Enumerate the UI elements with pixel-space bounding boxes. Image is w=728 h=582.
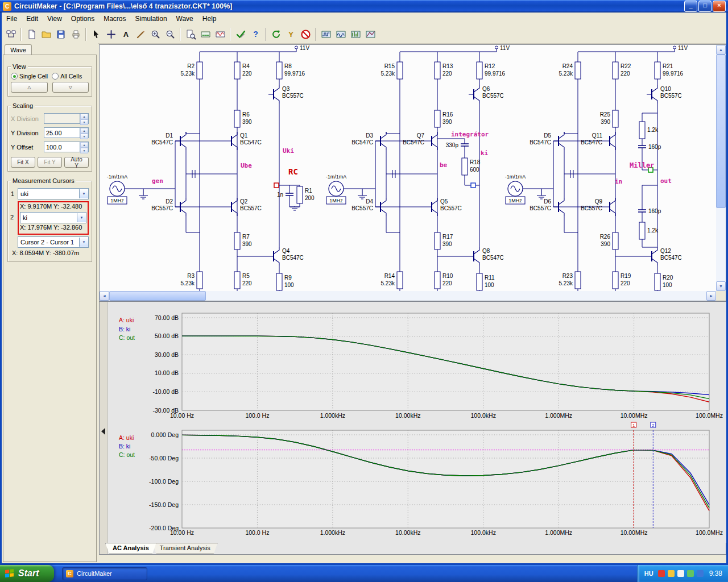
resistor-R22[interactable]: R22220: [613, 62, 631, 79]
clock[interactable]: 9:38: [709, 569, 722, 577]
tab-transient-analysis[interactable]: Transient Analysis: [152, 543, 218, 554]
menu-file[interactable]: File: [2, 13, 22, 24]
zoom-area-button[interactable]: [183, 27, 198, 41]
network-tray-icon[interactable]: [697, 570, 704, 577]
maximize-button[interactable]: □: [698, 1, 712, 12]
arrow-tool-button[interactable]: [89, 27, 104, 41]
place-part-button[interactable]: [104, 27, 118, 41]
menu-view[interactable]: View: [43, 13, 67, 24]
updater-tray-icon[interactable]: [668, 570, 675, 577]
cell-down-button[interactable]: ▽: [52, 82, 89, 93]
zoom-in-button[interactable]: [148, 27, 163, 41]
resistor-R6[interactable]: R6390: [234, 110, 252, 127]
run-analysis-button[interactable]: [233, 27, 248, 41]
new-file-button[interactable]: [24, 27, 39, 41]
cursor-diff-select[interactable]: Cursor 2 - Cursor 1 ▼: [18, 236, 89, 248]
zoom-out-button[interactable]: [163, 27, 177, 41]
minimize-button[interactable]: _: [684, 1, 697, 12]
vertical-scrollbar[interactable]: ▲ ▼: [716, 45, 726, 291]
tab-ac-analysis[interactable]: AC Analysis: [105, 543, 156, 554]
resistor-R9[interactable]: R9100: [276, 273, 294, 290]
signal-source[interactable]: -1m/1mA1MHz: [326, 174, 347, 204]
menu-simulation[interactable]: Simulation: [131, 13, 172, 24]
fit-x-button[interactable]: Fit X: [11, 157, 35, 168]
resistor-R1[interactable]: R1200: [297, 186, 315, 203]
menu-wave[interactable]: Wave: [172, 13, 198, 24]
resistor-R25[interactable]: R25390: [600, 110, 618, 127]
resistor-R19[interactable]: R19220: [613, 272, 631, 289]
tab-wave[interactable]: Wave: [5, 44, 32, 55]
save-file-button[interactable]: [53, 27, 68, 41]
scope-a-button[interactable]: [318, 27, 333, 41]
wire-tool-button[interactable]: [133, 27, 148, 41]
scroll-down-button[interactable]: ▼: [716, 281, 726, 291]
resistor-R11[interactable]: R11100: [477, 273, 495, 290]
resistor-R14[interactable]: R145.23k: [381, 272, 403, 289]
resistor-R7[interactable]: R7390: [234, 232, 252, 250]
fit-y-button[interactable]: Fit Y: [38, 157, 62, 168]
menu-edit[interactable]: Edit: [22, 13, 43, 24]
language-indicator[interactable]: HU: [644, 570, 653, 577]
scope-d-button[interactable]: [363, 27, 378, 41]
scroll-up-button[interactable]: ▲: [716, 45, 726, 55]
y-offset-spinner[interactable]: ▲▼: [80, 142, 89, 152]
menu-macros[interactable]: Macros: [99, 13, 130, 24]
probe-node-marker[interactable]: [471, 183, 475, 188]
probe-node-marker[interactable]: [274, 183, 279, 188]
resistor-R4[interactable]: R4220: [234, 62, 252, 79]
open-file-button[interactable]: [39, 27, 53, 41]
close-button[interactable]: ×: [713, 1, 726, 12]
browse-parts-button[interactable]: [3, 27, 18, 41]
resistor-R13[interactable]: R13220: [435, 62, 453, 79]
resistor-R15[interactable]: R155.23k: [381, 62, 403, 79]
resistor-R18[interactable]: R18600: [462, 158, 481, 175]
all-cells-radio[interactable]: [52, 73, 59, 80]
probe-tool-button[interactable]: Y: [283, 27, 298, 41]
x-division-spinner[interactable]: ▲▼: [80, 113, 89, 124]
start-button[interactable]: Start: [0, 565, 54, 582]
stop-button[interactable]: [298, 27, 313, 41]
help-button[interactable]: ?: [248, 27, 263, 41]
analysis-plots[interactable]: 10.00 Hz100.0 Hz1.000kHz10.00kHz100.0kHz…: [107, 302, 726, 543]
cell-up-button[interactable]: △: [11, 82, 48, 93]
horizontal-scroll-thumb[interactable]: [109, 291, 206, 301]
messenger-tray-icon[interactable]: [687, 570, 694, 577]
resistor-R20[interactable]: R20100: [655, 273, 673, 290]
single-cell-radio[interactable]: [11, 73, 18, 80]
menu-help[interactable]: Help: [198, 13, 221, 24]
panel-splitter[interactable]: [100, 302, 107, 554]
schematic-canvas[interactable]: R25.23kR4220R899.9716R6390R1200R7390R35.…: [100, 45, 716, 291]
y-division-input[interactable]: [44, 127, 80, 138]
auto-y-button[interactable]: Auto Y: [64, 157, 89, 168]
x-division-input[interactable]: [44, 113, 80, 124]
scope-b-button[interactable]: [333, 27, 348, 41]
resistor-R26[interactable]: R26390: [600, 232, 618, 250]
scroll-left-button[interactable]: ◄: [100, 291, 109, 301]
text-tool-button[interactable]: A: [118, 27, 133, 41]
scroll-right-button[interactable]: ►: [706, 291, 716, 301]
resistor-R24[interactable]: R245.23k: [559, 62, 581, 79]
scope-c-button[interactable]: [348, 27, 363, 41]
collapse-arrow-icon[interactable]: [101, 428, 105, 435]
cursor1-signal-select[interactable]: uki ▼: [18, 188, 89, 199]
y-division-spinner[interactable]: ▲▼: [80, 127, 89, 138]
volume-tray-icon[interactable]: [677, 570, 684, 577]
resistor-R10[interactable]: R10220: [435, 272, 453, 289]
antivirus-tray-icon[interactable]: [658, 570, 665, 577]
resistor-R16[interactable]: R16390: [435, 110, 453, 127]
cursor2-signal-select[interactable]: ki ▼: [20, 212, 86, 223]
reset-button[interactable]: [268, 27, 283, 41]
signal-source[interactable]: -1m/1mA1MHz: [505, 174, 526, 204]
task-button-circuitmaker[interactable]: C CircuitMaker: [62, 567, 147, 580]
menu-options[interactable]: Options: [67, 13, 99, 24]
print-button[interactable]: [68, 27, 83, 41]
probe-display-button[interactable]: [213, 27, 228, 41]
y-offset-input[interactable]: [44, 142, 80, 152]
vertical-scroll-thumb[interactable]: [716, 55, 726, 208]
resistor-R23[interactable]: R235.23k: [559, 272, 581, 289]
digital-meter-button[interactable]: [198, 27, 213, 41]
horizontal-scrollbar[interactable]: ◄ ►: [100, 291, 716, 301]
signal-source[interactable]: -1m/1mA1MHz: [107, 174, 128, 204]
resistor-R5[interactable]: R5220: [234, 272, 252, 289]
resistor-R17[interactable]: R17390: [435, 232, 453, 250]
